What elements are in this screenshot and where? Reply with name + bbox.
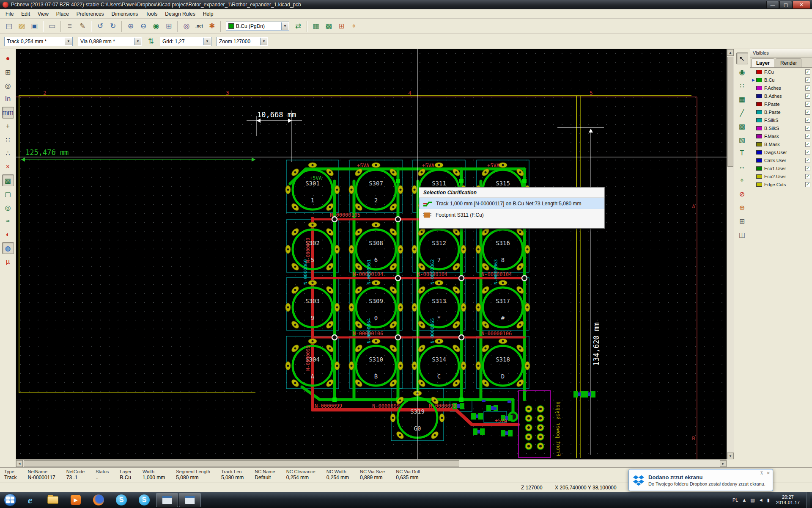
autodel-track-icon[interactable]: × (2, 161, 14, 173)
open-board-icon[interactable]: ▨ (16, 20, 27, 32)
menu-file[interactable]: File (2, 10, 17, 18)
menu-edit[interactable]: Edit (17, 10, 34, 18)
add-target-icon[interactable]: ⌖ (736, 174, 748, 186)
tab-render[interactable]: Render (776, 58, 801, 67)
layer-select[interactable]: B.Cu (PgDn)▼ (226, 22, 289, 31)
add-zone-icon[interactable]: ▩ (736, 120, 748, 132)
layer-row-f-paste[interactable]: F.Paste✓ (750, 100, 812, 108)
layer-row-f-adhes[interactable]: F.Adhes✓ (750, 84, 812, 92)
layer-row-f-cu[interactable]: F.Cu✓ (750, 68, 812, 76)
layer-row-cmts-user[interactable]: Cmts.User✓ (750, 156, 812, 164)
layer-row-f-mask[interactable]: F.Mask✓ (750, 132, 812, 140)
hscroll-thumb[interactable] (24, 460, 459, 467)
taskbar-explorer[interactable] (42, 493, 64, 507)
auto-track-width-icon[interactable]: ⇅ (145, 36, 157, 47)
grid-select[interactable]: Grid: 1,27▼ (160, 37, 211, 46)
horizontal-scrollbar[interactable]: ◄ ► (16, 459, 727, 467)
select-tool-icon[interactable]: ↖ (736, 52, 748, 64)
layer-color-swatch[interactable] (756, 78, 762, 82)
layer-color-swatch[interactable] (756, 110, 762, 114)
zoom-select[interactable]: Zoom 127000▼ (217, 37, 268, 46)
layer-visibility-checkbox[interactable]: ✓ (805, 158, 810, 163)
tab-layer[interactable]: Layer (752, 58, 774, 67)
vertical-scrollbar[interactable]: ▲ ▼ (727, 49, 734, 459)
microwave-tools-icon[interactable]: µ (2, 256, 14, 268)
chevron-down-icon[interactable]: ▼ (260, 38, 267, 45)
layer-color-swatch[interactable] (756, 118, 762, 122)
vscroll-thumb[interactable] (727, 57, 733, 167)
layer-visibility-checkbox[interactable]: ✓ (805, 86, 810, 91)
layer-row-b-adhes[interactable]: B.Adhes✓ (750, 92, 812, 100)
layer-row-edge-cuts[interactable]: Edge.Cuts✓ (750, 180, 812, 188)
layer-color-swatch[interactable] (756, 134, 762, 138)
layer-color-swatch[interactable] (756, 86, 762, 90)
delete-tool-icon[interactable]: ⊘ (736, 188, 748, 200)
layer-row-b-silks[interactable]: B.SilkS✓ (750, 124, 812, 132)
layer-color-swatch[interactable] (756, 150, 762, 155)
fast-grid-icon[interactable]: ⊞ (335, 20, 347, 32)
high-contrast-icon[interactable]: ◐ (2, 229, 14, 240)
polar-coords-icon[interactable]: ◎ (2, 80, 14, 91)
layer-pair-icon[interactable]: ⇄ (292, 20, 304, 32)
menu-help[interactable]: Help (199, 10, 217, 18)
layer-visibility-checkbox[interactable]: ✓ (805, 182, 810, 187)
dropbox-notification[interactable]: Dodano zrzut ekranu Do Twojego folderu D… (628, 469, 773, 491)
layer-color-swatch[interactable] (756, 126, 762, 130)
highlight-net-icon[interactable]: ◉ (736, 66, 748, 78)
layer-row-eco2-user[interactable]: Eco2.User✓ (750, 172, 812, 180)
chevron-down-icon[interactable]: ▼ (134, 38, 141, 45)
menu-tools[interactable]: Tools (142, 10, 161, 18)
layer-color-swatch[interactable] (756, 174, 762, 179)
taskbar-skype-2[interactable]: S (133, 493, 155, 507)
via-size-select[interactable]: Via 0,889 mm *▼ (78, 37, 142, 46)
clock[interactable]: 20:27 2014-01-17 (774, 494, 802, 505)
layer-visibility-checkbox[interactable]: ✓ (805, 118, 810, 123)
new-board-icon[interactable]: ▤ (3, 20, 15, 32)
find-icon[interactable]: ◎ (181, 20, 192, 32)
layer-visibility-checkbox[interactable]: ✓ (805, 166, 810, 171)
layer-color-swatch[interactable] (756, 94, 762, 98)
start-button[interactable] (2, 493, 19, 507)
minimize-button[interactable]: — (766, 1, 779, 9)
add-keepout-icon[interactable]: ▧ (736, 134, 748, 146)
popup-item-2[interactable]: Footprint S311 (F.Cu) (419, 209, 604, 221)
measure-icon[interactable]: ◫ (736, 229, 748, 240)
chevron-down-icon[interactable]: ▼ (281, 22, 288, 30)
chevron-down-icon[interactable]: ▼ (65, 38, 72, 45)
layer-color-swatch[interactable] (756, 142, 762, 146)
mode-footprint-icon[interactable]: ◍ (2, 242, 14, 254)
pcb-canvas[interactable]: S3011S3072S3113S3154S3025S3086S3127S3168… (16, 49, 727, 459)
layer-color-swatch[interactable] (756, 70, 762, 74)
layer-visibility-checkbox[interactable]: ✓ (805, 134, 810, 139)
layer-visibility-checkbox[interactable]: ✓ (805, 77, 810, 83)
zoom-out-icon[interactable]: ⊖ (137, 20, 149, 32)
layer-visibility-checkbox[interactable]: ✓ (805, 94, 810, 99)
grid-visibility-icon[interactable]: ⊞ (2, 66, 14, 78)
local-ratsnest-icon[interactable]: ∴ (2, 147, 14, 159)
layer-color-swatch[interactable] (756, 182, 762, 187)
drill-origin-icon[interactable]: ⌖ (348, 20, 360, 32)
layer-row-b-paste[interactable]: B.Paste✓ (750, 108, 812, 116)
tray-network-icon[interactable]: ▮ (767, 497, 770, 503)
taskbar-media-player[interactable]: ▶ (65, 493, 87, 507)
taskbar-kicad[interactable] (156, 493, 178, 507)
tray-volume-icon[interactable]: ◄ (759, 497, 763, 502)
vias-sketch-icon[interactable]: ◎ (2, 202, 14, 213)
language-indicator[interactable]: PL (732, 497, 738, 502)
menu-dimensions[interactable]: Dimensions (108, 10, 142, 18)
undo-icon[interactable]: ↺ (94, 20, 106, 32)
netlist-icon[interactable]: .net (193, 20, 205, 32)
redraw-icon[interactable]: ◉ (150, 20, 162, 32)
save-board-icon[interactable]: ▣ (28, 20, 40, 32)
drc-off-icon[interactable]: ● (2, 52, 14, 64)
layer-color-swatch[interactable] (756, 158, 762, 163)
menu-place[interactable]: Place (52, 10, 73, 18)
layer-row-b-mask[interactable]: B.Mask✓ (750, 140, 812, 148)
add-text-icon[interactable]: T (736, 147, 748, 159)
menu-preferences[interactable]: Preferences (73, 10, 108, 18)
module-mode-icon[interactable]: ▦ (310, 20, 322, 32)
maximize-button[interactable]: ▢ (779, 1, 792, 9)
redo-icon[interactable]: ↻ (107, 20, 119, 32)
ratsnest-show-icon[interactable]: ∷ (2, 134, 14, 146)
taskbar-pcbnew[interactable] (179, 493, 201, 507)
